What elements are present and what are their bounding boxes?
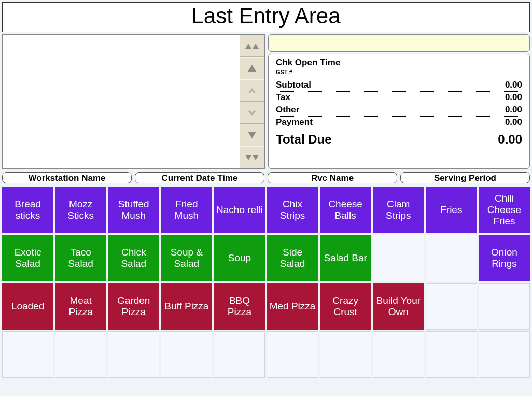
empty-cell [373, 235, 424, 281]
check-summary-panel: Chk Open Time GST # Subtotal0.00Tax0.00O… [268, 54, 530, 169]
check-line-value: 0.00 [505, 117, 522, 129]
scroll-column [240, 35, 264, 168]
menu-item-button[interactable]: Taco Salad [55, 235, 106, 281]
gst-label: GST # [276, 69, 522, 75]
menu-item-button[interactable]: Exotic Salad [2, 235, 53, 281]
page-title: Last Entry Area [191, 4, 340, 28]
scroll-page-down-button[interactable] [240, 124, 264, 146]
chevron-down-icon [248, 110, 256, 116]
menu-item-button[interactable]: Crazy Crust [320, 283, 371, 330]
rvc-name-label: Rvc Name [311, 173, 354, 183]
current-datetime-label: Current Date Time [161, 173, 237, 183]
menu-item-button[interactable]: Clam Strips [373, 187, 424, 233]
menu-item-button[interactable]: Garden Pizza [108, 283, 159, 330]
empty-cell [426, 331, 477, 378]
scroll-page-up-button[interactable] [240, 57, 264, 79]
check-line: Subtotal0.00 [276, 79, 522, 92]
workstation-name-box: Workstation Name [2, 172, 132, 183]
empty-cell [267, 331, 318, 378]
menu-item-button[interactable]: Chix Strips [267, 187, 318, 233]
empty-cell [214, 331, 265, 378]
menu-item-button[interactable]: Side Salad [267, 235, 318, 281]
scroll-up-button[interactable] [240, 79, 264, 102]
menu-item-button[interactable]: Cheese Balls [320, 187, 371, 233]
total-due-value: 0.00 [498, 132, 522, 147]
empty-cell [320, 331, 371, 378]
serving-period-box: Serving Period [400, 172, 530, 183]
scroll-top-button[interactable] [240, 35, 264, 57]
double-down-icon [253, 155, 259, 160]
empty-cell [426, 283, 477, 330]
menu-item-button[interactable]: Fried Mush [161, 187, 212, 233]
menu-item-button[interactable]: Soup & Salad [161, 235, 212, 281]
order-list-panel [2, 34, 265, 169]
empty-cell [2, 331, 53, 378]
menu-item-button[interactable]: Med Pizza [267, 283, 318, 330]
check-lines: Subtotal0.00Tax0.00Other0.00Payment0.00 [276, 79, 522, 129]
menu-item-button[interactable]: Chick Salad [108, 235, 159, 281]
up-icon [248, 65, 256, 72]
check-open-time-label: Chk Open Time [276, 58, 522, 68]
empty-cell [161, 331, 212, 378]
menu-item-button[interactable]: Chili Cheese Fries [479, 187, 530, 233]
double-up-icon [253, 44, 259, 49]
menu-grid: Bread sticksMozz SticksStuffed MushFried… [2, 187, 530, 378]
menu-item-button[interactable]: Fries [426, 187, 477, 233]
empty-cell [479, 331, 530, 378]
last-entry-area-header: Last Entry Area [2, 2, 530, 32]
order-list-content [3, 35, 240, 168]
check-line: Tax0.00 [276, 92, 522, 104]
serving-period-label: Serving Period [434, 173, 496, 183]
double-down-icon [245, 155, 251, 160]
down-icon [248, 132, 256, 138]
menu-item-button[interactable]: Meat Pizza [55, 283, 106, 330]
menu-item-button[interactable]: Build Your Own [373, 283, 424, 330]
menu-item-button[interactable]: Soup [214, 235, 265, 281]
scroll-bottom-button[interactable] [240, 146, 264, 168]
total-due-label: Total Due [276, 132, 332, 147]
rvc-name-box: Rvc Name [268, 172, 397, 183]
check-line-label: Other [276, 104, 299, 116]
check-line-value: 0.00 [505, 104, 522, 116]
menu-item-button[interactable]: Onion Rings [479, 235, 530, 281]
menu-item-button[interactable]: Stuffed Mush [108, 187, 159, 233]
menu-item-button[interactable]: Loaded [2, 283, 53, 330]
message-bar [268, 34, 530, 52]
check-line: Other0.00 [276, 104, 522, 117]
check-line-label: Tax [276, 92, 290, 104]
check-line: Payment0.00 [276, 117, 522, 129]
empty-cell [479, 283, 530, 330]
empty-cell [108, 331, 159, 378]
check-line-value: 0.00 [505, 79, 522, 91]
menu-item-button[interactable]: Buff Pizza [161, 283, 212, 330]
check-line-label: Subtotal [276, 79, 311, 91]
menu-item-button[interactable]: Bread sticks [2, 187, 53, 233]
menu-item-button[interactable]: Nacho relli [214, 187, 265, 233]
menu-item-button[interactable]: BBQ Pizza [214, 283, 265, 330]
workstation-name-label: Workstation Name [29, 173, 106, 183]
scroll-down-button[interactable] [240, 102, 264, 124]
menu-item-button[interactable]: Mozz Sticks [55, 187, 106, 233]
empty-cell [373, 331, 424, 378]
menu-item-button[interactable]: Salad Bar [320, 235, 371, 281]
chevron-up-icon [248, 88, 256, 93]
check-line-value: 0.00 [505, 92, 522, 104]
check-line-label: Payment [276, 117, 313, 129]
empty-cell [426, 235, 477, 281]
current-datetime-box: Current Date Time [135, 172, 264, 183]
empty-cell [55, 331, 106, 378]
double-up-icon [245, 44, 251, 49]
